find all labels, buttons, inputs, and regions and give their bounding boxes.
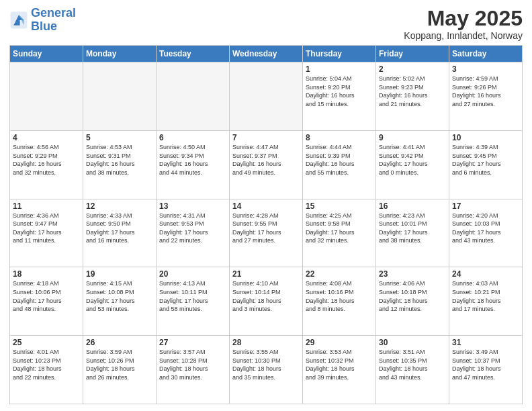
logo-icon bbox=[9, 11, 28, 30]
calendar: SundayMondayTuesdayWednesdayThursdayFrid… bbox=[9, 45, 523, 404]
day-number: 10 bbox=[452, 133, 519, 142]
calendar-cell: 20Sunrise: 4:13 AM Sunset: 10:11 PM Dayl… bbox=[157, 267, 230, 336]
day-info: Sunrise: 4:36 AM Sunset: 9:47 PM Dayligh… bbox=[13, 212, 80, 245]
calendar-cell bbox=[230, 62, 303, 131]
day-info: Sunrise: 3:51 AM Sunset: 10:35 PM Daylig… bbox=[379, 348, 446, 381]
day-info: Sunrise: 4:39 AM Sunset: 9:45 PM Dayligh… bbox=[452, 143, 519, 177]
day-info: Sunrise: 3:59 AM Sunset: 10:26 PM Daylig… bbox=[86, 348, 153, 381]
day-number: 31 bbox=[452, 338, 519, 347]
day-info: Sunrise: 4:53 AM Sunset: 9:31 PM Dayligh… bbox=[86, 143, 153, 177]
day-number: 12 bbox=[86, 201, 153, 211]
calendar-cell: 30Sunrise: 3:51 AM Sunset: 10:35 PM Dayl… bbox=[376, 336, 449, 404]
day-number: 4 bbox=[13, 133, 80, 142]
calendar-cell: 25Sunrise: 4:01 AM Sunset: 10:23 PM Dayl… bbox=[10, 336, 83, 404]
calendar-day-header: Friday bbox=[376, 46, 449, 62]
calendar-cell: 19Sunrise: 4:15 AM Sunset: 10:08 PM Dayl… bbox=[83, 267, 157, 336]
day-info: Sunrise: 5:02 AM Sunset: 9:23 PM Dayligh… bbox=[379, 75, 446, 108]
day-number: 30 bbox=[379, 338, 446, 347]
day-info: Sunrise: 4:20 AM Sunset: 10:03 PM Daylig… bbox=[452, 212, 519, 245]
day-info: Sunrise: 4:03 AM Sunset: 10:21 PM Daylig… bbox=[452, 279, 519, 313]
day-info: Sunrise: 4:01 AM Sunset: 10:23 PM Daylig… bbox=[13, 348, 80, 381]
day-number: 6 bbox=[159, 133, 226, 142]
calendar-cell: 1Sunrise: 5:04 AM Sunset: 9:20 PM Daylig… bbox=[303, 62, 376, 131]
day-info: Sunrise: 3:55 AM Sunset: 10:30 PM Daylig… bbox=[232, 348, 300, 381]
header: General Blue May 2025 Koppang, Innlandet… bbox=[9, 7, 523, 41]
day-number: 19 bbox=[86, 269, 153, 279]
day-number: 11 bbox=[13, 201, 80, 211]
day-info: Sunrise: 3:49 AM Sunset: 10:37 PM Daylig… bbox=[452, 348, 519, 381]
day-info: Sunrise: 4:44 AM Sunset: 9:39 PM Dayligh… bbox=[306, 143, 373, 177]
calendar-cell: 18Sunrise: 4:18 AM Sunset: 10:06 PM Dayl… bbox=[10, 267, 83, 336]
day-number: 15 bbox=[306, 201, 373, 211]
calendar-cell: 27Sunrise: 3:57 AM Sunset: 10:28 PM Dayl… bbox=[157, 336, 230, 404]
page-subtitle: Koppang, Innlandet, Norway bbox=[404, 30, 523, 41]
calendar-cell: 21Sunrise: 4:10 AM Sunset: 10:14 PM Dayl… bbox=[230, 267, 303, 336]
calendar-cell: 16Sunrise: 4:23 AM Sunset: 10:01 PM Dayl… bbox=[376, 199, 449, 267]
calendar-cell: 24Sunrise: 4:03 AM Sunset: 10:21 PM Dayl… bbox=[449, 267, 523, 336]
day-info: Sunrise: 4:31 AM Sunset: 9:53 PM Dayligh… bbox=[159, 212, 226, 245]
calendar-cell: 6Sunrise: 4:50 AM Sunset: 9:34 PM Daylig… bbox=[157, 130, 230, 199]
day-info: Sunrise: 4:08 AM Sunset: 10:16 PM Daylig… bbox=[306, 279, 373, 313]
day-info: Sunrise: 4:25 AM Sunset: 9:58 PM Dayligh… bbox=[306, 212, 373, 245]
page: General Blue May 2025 Koppang, Innlandet… bbox=[0, 0, 532, 411]
day-number: 29 bbox=[306, 338, 373, 347]
day-info: Sunrise: 4:56 AM Sunset: 9:29 PM Dayligh… bbox=[13, 143, 80, 177]
calendar-day-header: Monday bbox=[83, 46, 157, 62]
calendar-cell: 7Sunrise: 4:47 AM Sunset: 9:37 PM Daylig… bbox=[230, 130, 303, 199]
day-number: 17 bbox=[452, 201, 519, 211]
calendar-cell: 23Sunrise: 4:06 AM Sunset: 10:18 PM Dayl… bbox=[376, 267, 449, 336]
day-number: 25 bbox=[13, 338, 80, 347]
day-number: 14 bbox=[232, 201, 300, 211]
day-number: 8 bbox=[306, 133, 373, 142]
calendar-cell: 10Sunrise: 4:39 AM Sunset: 9:45 PM Dayli… bbox=[449, 130, 523, 199]
calendar-cell: 3Sunrise: 4:59 AM Sunset: 9:26 PM Daylig… bbox=[449, 62, 523, 131]
day-info: Sunrise: 4:06 AM Sunset: 10:18 PM Daylig… bbox=[379, 279, 446, 313]
day-number: 3 bbox=[452, 64, 519, 74]
day-number: 27 bbox=[159, 338, 226, 347]
calendar-cell: 12Sunrise: 4:33 AM Sunset: 9:50 PM Dayli… bbox=[83, 199, 157, 267]
day-info: Sunrise: 4:33 AM Sunset: 9:50 PM Dayligh… bbox=[86, 212, 153, 245]
day-number: 24 bbox=[452, 269, 519, 279]
calendar-cell: 8Sunrise: 4:44 AM Sunset: 9:39 PM Daylig… bbox=[303, 130, 376, 199]
calendar-cell: 13Sunrise: 4:31 AM Sunset: 9:53 PM Dayli… bbox=[157, 199, 230, 267]
calendar-cell: 26Sunrise: 3:59 AM Sunset: 10:26 PM Dayl… bbox=[83, 336, 157, 404]
day-number: 7 bbox=[232, 133, 300, 142]
day-info: Sunrise: 4:59 AM Sunset: 9:26 PM Dayligh… bbox=[452, 75, 519, 108]
day-info: Sunrise: 5:04 AM Sunset: 9:20 PM Dayligh… bbox=[306, 75, 373, 108]
calendar-cell: 28Sunrise: 3:55 AM Sunset: 10:30 PM Dayl… bbox=[230, 336, 303, 404]
day-info: Sunrise: 4:10 AM Sunset: 10:14 PM Daylig… bbox=[232, 279, 300, 313]
calendar-day-header: Thursday bbox=[303, 46, 376, 62]
calendar-cell bbox=[10, 62, 83, 131]
logo: General Blue bbox=[9, 7, 76, 34]
calendar-day-header: Wednesday bbox=[230, 46, 303, 62]
calendar-day-header: Tuesday bbox=[157, 46, 230, 62]
calendar-week-row: 11Sunrise: 4:36 AM Sunset: 9:47 PM Dayli… bbox=[10, 199, 523, 267]
day-number: 18 bbox=[13, 269, 80, 279]
day-number: 13 bbox=[159, 201, 226, 211]
day-number: 1 bbox=[306, 64, 373, 74]
calendar-day-header: Saturday bbox=[449, 46, 523, 62]
calendar-cell: 14Sunrise: 4:28 AM Sunset: 9:55 PM Dayli… bbox=[230, 199, 303, 267]
calendar-cell: 15Sunrise: 4:25 AM Sunset: 9:58 PM Dayli… bbox=[303, 199, 376, 267]
calendar-week-row: 1Sunrise: 5:04 AM Sunset: 9:20 PM Daylig… bbox=[10, 62, 523, 131]
day-number: 28 bbox=[232, 338, 300, 347]
day-number: 2 bbox=[379, 64, 446, 74]
day-info: Sunrise: 4:15 AM Sunset: 10:08 PM Daylig… bbox=[86, 279, 153, 313]
day-number: 5 bbox=[86, 133, 153, 142]
calendar-week-row: 18Sunrise: 4:18 AM Sunset: 10:06 PM Dayl… bbox=[10, 267, 523, 336]
page-title: May 2025 bbox=[404, 7, 523, 30]
day-info: Sunrise: 3:57 AM Sunset: 10:28 PM Daylig… bbox=[159, 348, 226, 381]
calendar-cell: 5Sunrise: 4:53 AM Sunset: 9:31 PM Daylig… bbox=[83, 130, 157, 199]
calendar-cell: 29Sunrise: 3:53 AM Sunset: 10:32 PM Dayl… bbox=[303, 336, 376, 404]
logo-text: General Blue bbox=[31, 7, 76, 34]
calendar-header-row: SundayMondayTuesdayWednesdayThursdayFrid… bbox=[10, 46, 523, 62]
title-block: May 2025 Koppang, Innlandet, Norway bbox=[404, 7, 523, 41]
day-info: Sunrise: 4:41 AM Sunset: 9:42 PM Dayligh… bbox=[379, 143, 446, 177]
day-number: 20 bbox=[159, 269, 226, 279]
calendar-cell bbox=[157, 62, 230, 131]
calendar-cell: 22Sunrise: 4:08 AM Sunset: 10:16 PM Dayl… bbox=[303, 267, 376, 336]
calendar-cell: 31Sunrise: 3:49 AM Sunset: 10:37 PM Dayl… bbox=[449, 336, 523, 404]
day-info: Sunrise: 4:13 AM Sunset: 10:11 PM Daylig… bbox=[159, 279, 226, 313]
day-number: 23 bbox=[379, 269, 446, 279]
day-info: Sunrise: 4:23 AM Sunset: 10:01 PM Daylig… bbox=[379, 212, 446, 245]
